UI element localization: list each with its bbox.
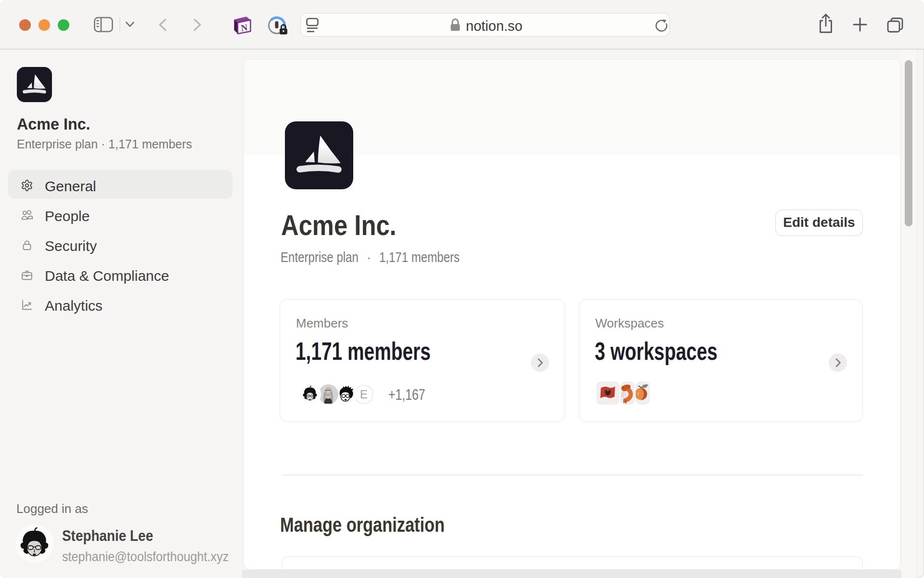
svg-text:N: N — [240, 22, 248, 33]
